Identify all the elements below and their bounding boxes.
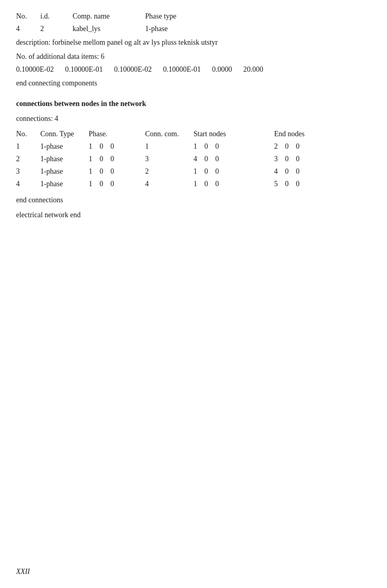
component-row: 4 2 kabel_lys 1-phase: [16, 25, 371, 33]
conn-row-start: 1 0 0: [194, 167, 274, 176]
conn-row-no: 4: [16, 180, 40, 188]
header-id: i.d.: [40, 12, 73, 21]
conn-row-no: 1: [16, 142, 40, 151]
data-v4: 0.10000E-01: [163, 65, 201, 74]
conn-row-end: 5 0 0: [274, 180, 355, 188]
header-no: No.: [16, 12, 40, 21]
table-row: 4 1-phase 1 0 0 4 1 0 0 5 0 0: [16, 180, 371, 188]
end-connections: end connections: [16, 195, 371, 206]
conn-header-phase: Phase.: [89, 130, 145, 138]
additional-data-label: No. of additional data items: 6: [16, 51, 371, 62]
conn-row-com: 3: [145, 155, 194, 163]
data-v2: 0.10000E-01: [65, 65, 103, 74]
conn-header-type: Conn. Type: [40, 130, 89, 138]
conn-row-start: 1 0 0: [194, 180, 274, 188]
data-v5: 0.0000: [212, 65, 232, 74]
conn-header-start: Start nodes: [194, 130, 274, 138]
conn-row-end: 2 0 0: [274, 142, 355, 151]
description-line: description: forbinelse mellom panel og …: [16, 37, 371, 48]
conn-row-phase: 1 0 0: [89, 155, 145, 163]
conn-row-no: 3: [16, 167, 40, 176]
conn-row-end: 4 0 0: [274, 167, 355, 176]
conn-row-phase: 1 0 0: [89, 167, 145, 176]
table-row: 1 1-phase 1 0 0 1 1 0 0 2 0 0: [16, 142, 371, 151]
component-id: 2: [40, 25, 73, 33]
end-connecting: end connecting components: [16, 78, 371, 89]
conn-row-com: 4: [145, 180, 194, 188]
conn-row-end: 3 0 0: [274, 155, 355, 163]
end-network: electrical network end: [16, 210, 371, 220]
conn-header-no: No.: [16, 130, 40, 138]
table-row: 3 1-phase 1 0 0 2 1 0 0 4 0 0: [16, 167, 371, 176]
conn-row-phase: 1 0 0: [89, 142, 145, 151]
description-label: description:: [16, 38, 50, 46]
page-number: XXII: [16, 567, 30, 576]
conn-row-type: 1-phase: [40, 142, 89, 151]
conn-row-no: 2: [16, 155, 40, 163]
component-name: kabel_lys: [73, 25, 145, 33]
conn-row-type: 1-phase: [40, 155, 89, 163]
conn-header-end: End nodes: [274, 130, 355, 138]
data-v6: 20.000: [243, 65, 264, 74]
connections-count: connections: 4: [16, 113, 371, 124]
data-v3: 0.10000E-02: [114, 65, 152, 74]
table-header: No. i.d. Comp. name Phase type: [16, 12, 371, 21]
header-comp: Comp. name: [73, 12, 145, 21]
connections-rows: 1 1-phase 1 0 0 1 1 0 0 2 0 0 2 1-phase …: [16, 142, 371, 188]
component-no: 4: [16, 25, 40, 33]
conn-row-phase: 1 0 0: [89, 180, 145, 188]
conn-row-com: 1: [145, 142, 194, 151]
connections-table-header: No. Conn. Type Phase. Conn. com. Start n…: [16, 130, 371, 138]
description-text: forbinelse mellom panel og alt av lys pl…: [52, 38, 217, 46]
connections-heading: connections between nodes in the network: [16, 98, 371, 109]
conn-row-type: 1-phase: [40, 180, 89, 188]
conn-header-com: Conn. com.: [145, 130, 194, 138]
conn-row-start: 1 0 0: [194, 142, 274, 151]
conn-row-type: 1-phase: [40, 167, 89, 176]
header-phase: Phase type: [145, 12, 218, 21]
conn-row-start: 4 0 0: [194, 155, 274, 163]
conn-row-com: 2: [145, 167, 194, 176]
table-row: 2 1-phase 1 0 0 3 4 0 0 3 0 0: [16, 155, 371, 163]
data-values-row: 0.10000E-02 0.10000E-01 0.10000E-02 0.10…: [16, 65, 371, 74]
data-v1: 0.10000E-02: [16, 65, 54, 74]
component-phase: 1-phase: [145, 25, 218, 33]
